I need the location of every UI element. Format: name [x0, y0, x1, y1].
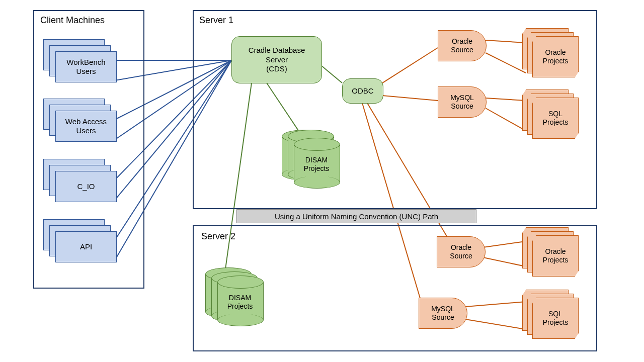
cds-box: Cradle Database Server (CDS) — [231, 36, 322, 83]
workbench-card: WorkBench Users — [55, 51, 117, 82]
oracle-source-s2: Oracle Source — [437, 236, 486, 267]
sql-projects-s2-label: SQL Projects — [532, 298, 579, 339]
cio-card: C_IO — [55, 171, 117, 202]
odbc-box: ODBC — [342, 78, 383, 104]
webaccess-card: Web Access Users — [55, 111, 117, 142]
oracle-projects-s2-label: Oracle Projects — [532, 235, 579, 277]
server2-label: Server 2 — [201, 231, 235, 242]
mysql-source-s1: MySQL Source — [438, 86, 487, 118]
client-machines-label: Client Machines — [40, 15, 105, 26]
oracle-source-s1: Oracle Source — [438, 30, 487, 61]
disam-s2-label: DISAM Projects — [217, 294, 263, 311]
mysql-source-s2: MySQL Source — [419, 298, 467, 329]
server1-label: Server 1 — [199, 15, 233, 26]
disam-s1-label: DISAM Projects — [294, 156, 339, 173]
api-card: API — [55, 231, 117, 262]
unc-banner: Using a Uniform Naming Convention (UNC) … — [236, 209, 476, 223]
oracle-projects-s1-label: Oracle Projects — [532, 36, 579, 77]
sql-projects-s1-label: SQL Projects — [532, 98, 579, 139]
